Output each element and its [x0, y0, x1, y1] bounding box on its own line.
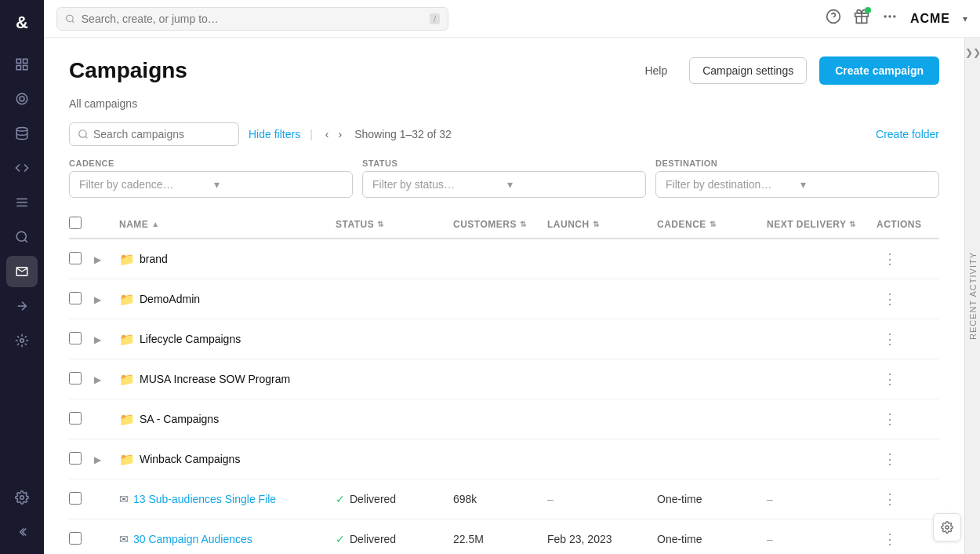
row-actions-button[interactable]: ⋮ [877, 407, 903, 431]
row-actions-button[interactable]: ⋮ [877, 367, 903, 391]
name-sort-icon: ▲ [151, 220, 159, 228]
create-campaign-button[interactable]: Create campaign [819, 56, 939, 85]
next-page-button[interactable]: › [335, 126, 345, 142]
row-next-delivery: – [767, 493, 877, 505]
nav-item-integrations[interactable] [6, 325, 38, 356]
svg-point-26 [946, 526, 949, 529]
brand-chevron-icon[interactable]: ▾ [963, 13, 967, 24]
row-name-text: Lifecycle Campaigns [140, 333, 241, 345]
table-row: ▶ 📁 brand ⋮ [69, 239, 939, 279]
row-actions-button[interactable]: ⋮ [877, 527, 903, 551]
svg-point-10 [16, 231, 26, 241]
nav-item-analytics[interactable] [6, 83, 38, 115]
more-options-icon[interactable] [882, 9, 898, 28]
nav-item-dashboard[interactable] [6, 49, 38, 80]
page-header: Campaigns Help Campaign settings Create … [69, 56, 939, 85]
row-name-text: SA - Campaigns [140, 413, 219, 425]
row-checkbox[interactable] [69, 532, 82, 545]
svg-rect-2 [16, 66, 20, 70]
global-search-input[interactable] [82, 13, 423, 25]
nav-item-code[interactable] [6, 152, 38, 184]
nav-item-data[interactable] [6, 118, 38, 149]
svg-rect-0 [16, 59, 20, 63]
row-name-text: brand [140, 253, 168, 265]
row-status: ✓ Delivered [336, 533, 453, 545]
expand-button[interactable]: ▶ [94, 254, 101, 265]
row-actions-button[interactable]: ⋮ [877, 487, 903, 511]
prev-page-button[interactable]: ‹ [322, 126, 332, 142]
row-name-cell: ✉ 30 Campaign Audiences [119, 533, 336, 545]
row-name-cell: 📁 brand [119, 252, 336, 267]
search-campaigns-input[interactable] [93, 128, 230, 140]
header-status[interactable]: STATUS ⇅ [336, 219, 453, 230]
row-actions-button[interactable]: ⋮ [877, 247, 903, 271]
expand-button[interactable]: ▶ [94, 374, 101, 385]
filters-row: CADENCE Filter by cadence… ▾ STATUS Filt… [69, 159, 939, 198]
expand-button[interactable]: ▶ [94, 294, 101, 305]
table-row: ▶ 📁 Winback Campaigns ⋮ [69, 439, 939, 479]
help-icon[interactable] [826, 9, 841, 28]
search-campaigns-box[interactable] [69, 122, 239, 146]
campaign-link[interactable]: 13 Sub-audiences Single File [133, 493, 276, 505]
settings-fab[interactable] [933, 513, 961, 541]
header-next-delivery[interactable]: NEXT DELIVERY ⇅ [767, 219, 877, 230]
table-row: ▶ 📁 Lifecycle Campaigns ⋮ [69, 319, 939, 359]
header-name[interactable]: NAME ▲ [119, 219, 336, 230]
row-checkbox[interactable] [69, 412, 82, 425]
row-checkbox[interactable] [69, 332, 82, 344]
row-cadence: One-time [657, 493, 767, 505]
nav-item-campaigns[interactable] [6, 256, 38, 287]
table-row: 📁 SA - Campaigns ⋮ [69, 399, 939, 439]
row-name-cell: 📁 MUSA Increase SOW Program [119, 372, 336, 387]
next-delivery-sort-icon: ⇅ [849, 220, 856, 228]
campaign-settings-button[interactable]: Campaign settings [689, 57, 807, 84]
nav-item-search[interactable] [6, 221, 38, 253]
nav-item-settings[interactable] [6, 482, 38, 513]
row-status: ✓ Delivered [336, 493, 453, 505]
header-cadence[interactable]: CADENCE ⇅ [657, 219, 767, 230]
nav-item-collapse[interactable] [6, 516, 38, 548]
header-launch[interactable]: LAUNCH ⇅ [547, 219, 657, 230]
row-name-cell: 📁 DemoAdmin [119, 292, 336, 307]
row-actions-button[interactable]: ⋮ [877, 447, 903, 471]
status-check-icon: ✓ [336, 493, 345, 505]
campaigns-table: NAME ▲ STATUS ⇅ CUSTOMERS ⇅ LAUNCH ⇅ CAD… [69, 210, 939, 554]
nav-item-segments[interactable] [6, 187, 38, 218]
app-container: & [0, 0, 980, 554]
cadence-filter-select[interactable]: Filter by cadence… ▾ [69, 171, 353, 198]
svg-point-4 [20, 97, 24, 101]
row-cadence: One-time [657, 533, 767, 545]
table-row: ▶ 📁 MUSA Increase SOW Program ⋮ [69, 359, 939, 399]
row-checkbox[interactable] [69, 492, 82, 505]
row-checkbox[interactable] [69, 292, 82, 304]
folder-icon: 📁 [119, 452, 135, 467]
global-search-box[interactable]: / [56, 7, 448, 31]
row-checkbox[interactable] [69, 372, 82, 385]
header-checkbox-cell [69, 217, 94, 231]
row-checkbox[interactable] [69, 452, 82, 465]
nav-logo[interactable]: & [9, 6, 34, 39]
row-actions-button[interactable]: ⋮ [877, 287, 903, 311]
create-folder-button[interactable]: Create folder [876, 128, 939, 140]
pagination-arrows: ‹ › [322, 126, 345, 142]
svg-point-21 [884, 15, 886, 17]
row-checkbox[interactable] [69, 252, 82, 264]
svg-rect-3 [24, 66, 27, 70]
campaign-link[interactable]: 30 Campaign Audiences [133, 533, 252, 545]
expand-button[interactable]: ▶ [94, 334, 101, 345]
hide-filters-button[interactable]: Hide filters [249, 128, 300, 140]
destination-filter-select[interactable]: Filter by destination… ▾ [655, 171, 939, 198]
header-customers[interactable]: CUSTOMERS ⇅ [453, 219, 547, 230]
top-bar: / ACME ▾ [44, 0, 980, 38]
nav-item-journeys[interactable] [6, 290, 38, 322]
help-button[interactable]: Help [635, 58, 677, 83]
select-all-checkbox[interactable] [69, 217, 82, 229]
svg-line-25 [85, 137, 88, 139]
filter-divider: | [310, 128, 313, 140]
recent-activity-panel[interactable]: ❯❯ RECENT ACTIVITY [964, 38, 980, 554]
expand-button[interactable]: ▶ [94, 454, 101, 465]
gift-icon[interactable] [854, 9, 869, 28]
status-filter-select[interactable]: Filter by status… ▾ [362, 171, 646, 198]
svg-point-22 [888, 15, 891, 17]
row-actions-button[interactable]: ⋮ [877, 327, 903, 351]
